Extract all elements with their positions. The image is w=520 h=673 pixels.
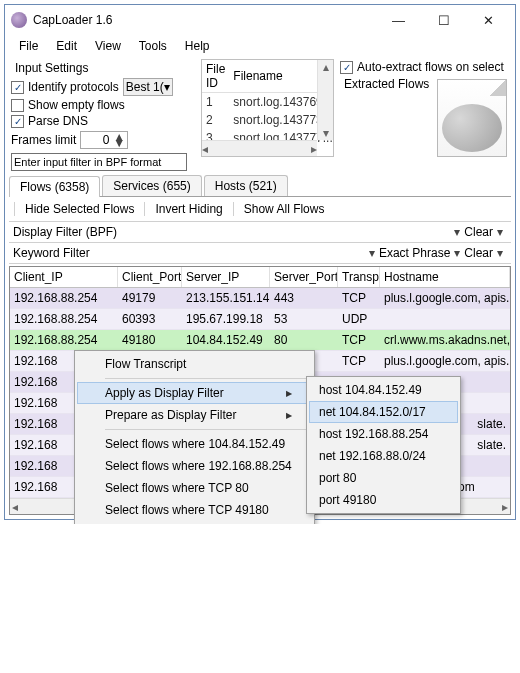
col-hostname[interactable]: Hostname: [380, 267, 510, 287]
grid-row[interactable]: 192.168.88.25449179213.155.151.149443TCP…: [10, 288, 510, 309]
grid-row-selected[interactable]: 192.168.88.25449180104.84.152.4980TCPcrl…: [10, 330, 510, 351]
sub-net1[interactable]: net 104.84.152.0/17: [309, 401, 458, 423]
frames-limit-label: Frames limit: [11, 133, 76, 147]
frames-limit-value[interactable]: [81, 132, 111, 148]
ctx-prepare-filter[interactable]: Prepare as Display Filter▶: [77, 404, 312, 426]
extracted-flows-label: Extracted Flows: [340, 75, 433, 93]
hide-selected-button[interactable]: Hide Selected Flows: [19, 200, 140, 218]
context-menu: Flow Transcript Apply as Display Filter▶…: [74, 350, 315, 524]
titlebar: CapLoader 1.6 — ☐ ✕: [5, 5, 515, 35]
keyword-filter-row: Keyword Filter ▾ Exact Phrase ▾ Clear ▾: [9, 243, 511, 264]
maximize-button[interactable]: ☐: [421, 5, 466, 35]
minimize-button[interactable]: —: [376, 5, 421, 35]
auto-extract-label: Auto-extract flows on select: [357, 60, 504, 74]
sub-port80[interactable]: port 80: [309, 467, 458, 489]
show-all-button[interactable]: Show All Flows: [238, 200, 331, 218]
col-server-port[interactable]: Server_Port: [270, 267, 338, 287]
tab-services[interactable]: Services (655): [102, 175, 201, 196]
file-row[interactable]: 2snort.log.143773...: [202, 111, 334, 129]
grid-row[interactable]: 192.168.88.25460393195.67.199.1853UDP: [10, 309, 510, 330]
ctx-apply-filter[interactable]: Apply as Display Filter▶: [77, 382, 312, 404]
keyword-mode[interactable]: Exact Phrase: [379, 246, 450, 260]
menu-help[interactable]: Help: [177, 37, 218, 55]
display-filter-dropdown[interactable]: ▾: [450, 225, 464, 239]
grid-header: Client_IP Client_Port Server_IP Server_P…: [10, 267, 510, 288]
sub-net2[interactable]: net 192.168.88.0/24: [309, 445, 458, 467]
display-filter-label[interactable]: Display Filter (BPF): [13, 225, 117, 239]
parse-dns-checkbox[interactable]: ✓: [11, 115, 24, 128]
tab-flows[interactable]: Flows (6358): [9, 176, 100, 197]
keyword-clear[interactable]: Clear: [464, 246, 493, 260]
invert-hiding-button[interactable]: Invert Hiding: [149, 200, 228, 218]
tab-hosts[interactable]: Hosts (521): [204, 175, 288, 196]
ctx-select-where[interactable]: Select flows where ...▶: [77, 521, 312, 524]
grid-body: 192.168.88.25449179213.155.151.149443TCP…: [10, 288, 510, 498]
menu-view[interactable]: View: [87, 37, 129, 55]
show-empty-label: Show empty flows: [28, 98, 125, 112]
input-settings-label: Input Settings: [11, 59, 92, 77]
file-hscrollbar[interactable]: ◂▸: [202, 140, 317, 156]
window-title: CapLoader 1.6: [33, 13, 376, 27]
input-settings-panel: Input Settings ✓ Identify protocols Best…: [9, 57, 199, 173]
file-list: File ID Filename 1snort.log.143769... 2s…: [201, 59, 334, 157]
ctx-select-ip2[interactable]: Select flows where 192.168.88.254: [77, 455, 312, 477]
context-submenu: host 104.84.152.49 net 104.84.152.0/17 h…: [306, 376, 461, 514]
menu-tools[interactable]: Tools: [131, 37, 175, 55]
file-vscrollbar[interactable]: ▴▾: [317, 60, 333, 140]
app-window: CapLoader 1.6 — ☐ ✕ File Edit View Tools…: [4, 4, 516, 520]
col-server-ip[interactable]: Server_IP: [182, 267, 270, 287]
identify-protocols-label: Identify protocols: [28, 80, 119, 94]
close-button[interactable]: ✕: [466, 5, 511, 35]
extracted-panel: ✓ Auto-extract flows on select Extracted…: [336, 57, 511, 173]
menu-edit[interactable]: Edit: [48, 37, 85, 55]
col-client-ip[interactable]: Client_IP: [10, 267, 118, 287]
keyword-filter-label[interactable]: Keyword Filter: [13, 246, 90, 260]
ctx-select-tcp80[interactable]: Select flows where TCP 80: [77, 477, 312, 499]
flows-toolbar: Hide Selected Flows Invert Hiding Show A…: [9, 197, 511, 222]
app-logo-icon: [11, 12, 27, 28]
tabs: Flows (6358) Services (655) Hosts (521): [9, 175, 511, 197]
parse-dns-label: Parse DNS: [28, 114, 88, 128]
show-empty-checkbox[interactable]: [11, 99, 24, 112]
file-id-header[interactable]: File ID: [202, 60, 229, 93]
keyword-clear-dd[interactable]: ▾: [493, 246, 507, 260]
display-filter-clear[interactable]: Clear: [464, 225, 493, 239]
menu-file[interactable]: File: [11, 37, 46, 55]
bpf-input[interactable]: [11, 153, 187, 171]
auto-extract-checkbox[interactable]: ✓: [340, 61, 353, 74]
ctx-select-tcp49180[interactable]: Select flows where TCP 49180: [77, 499, 312, 521]
display-filter-row: Display Filter (BPF) ▾ Clear ▾: [9, 222, 511, 243]
extracted-thumbnail[interactable]: [437, 79, 507, 157]
col-client-port[interactable]: Client_Port: [118, 267, 182, 287]
sub-host2[interactable]: host 192.168.88.254: [309, 423, 458, 445]
sub-host1[interactable]: host 104.84.152.49: [309, 379, 458, 401]
file-row[interactable]: 1snort.log.143769...: [202, 93, 334, 112]
frames-limit-spinner[interactable]: ▲▼: [80, 131, 128, 149]
flows-grid: Client_IP Client_Port Server_IP Server_P…: [9, 266, 511, 515]
ctx-select-ip1[interactable]: Select flows where 104.84.152.49: [77, 433, 312, 455]
sub-port49180[interactable]: port 49180: [309, 489, 458, 511]
keyword-mode-dropdown[interactable]: ▾: [450, 246, 464, 260]
identify-protocols-select[interactable]: Best 1(▾: [123, 78, 173, 96]
identify-protocols-checkbox[interactable]: ✓: [11, 81, 24, 94]
col-transport[interactable]: Transp: [338, 267, 380, 287]
ctx-flow-transcript[interactable]: Flow Transcript: [77, 353, 312, 375]
menubar: File Edit View Tools Help: [5, 35, 515, 57]
display-filter-clear-dd[interactable]: ▾: [493, 225, 507, 239]
keyword-filter-dropdown[interactable]: ▾: [365, 246, 379, 260]
